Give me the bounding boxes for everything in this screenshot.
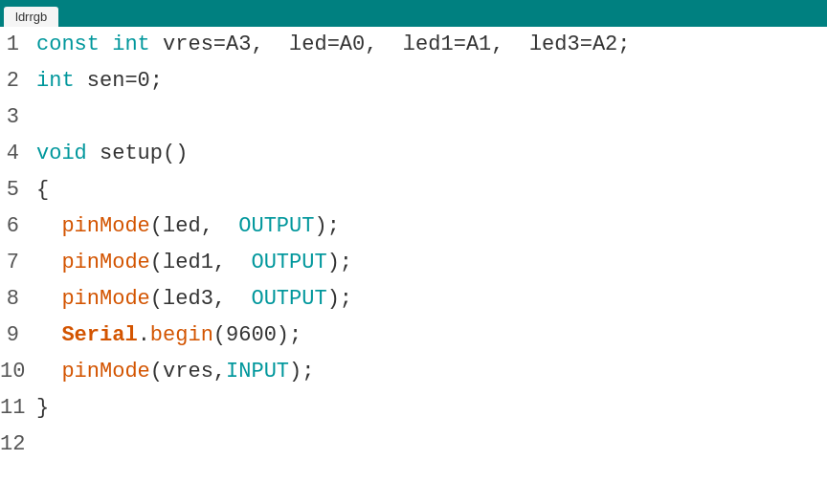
line-content: Serial.begin(9600);	[29, 318, 302, 354]
code-line: 11}	[0, 390, 827, 427]
code-line: 9 Serial.begin(9600);	[0, 318, 827, 354]
code-token: );	[327, 251, 352, 274]
code-token: OUTPUT	[238, 214, 314, 238]
code-token	[36, 323, 61, 347]
code-token: vres=A3, led=A0, led1=A1, led3=A2;	[150, 33, 631, 56]
code-token	[36, 214, 61, 238]
line-number: 10	[0, 354, 29, 390]
code-token: begin	[150, 323, 213, 347]
code-line: 10 pinMode(vres,INPUT);	[0, 354, 827, 390]
code-token: void	[36, 142, 87, 165]
code-line: 5{	[0, 172, 827, 208]
tab-bar: ldrrgb	[0, 0, 827, 27]
line-number: 2	[0, 63, 29, 99]
code-line: 7 pinMode(led1, OUTPUT);	[0, 245, 827, 281]
code-token	[36, 360, 61, 383]
code-token: }	[36, 396, 49, 420]
line-content: int sen=0;	[29, 63, 163, 99]
code-token: setup()	[87, 142, 189, 165]
code-line: 1const int vres=A3, led=A0, led1=A1, led…	[0, 27, 827, 63]
line-number: 3	[0, 99, 29, 136]
code-token: OUTPUT	[251, 287, 326, 311]
code-token: int	[36, 69, 75, 93]
code-token: );	[327, 287, 352, 311]
code-line: 2int sen=0;	[0, 63, 827, 99]
line-content: void setup()	[29, 136, 188, 172]
code-token: );	[314, 214, 339, 238]
line-content: }	[29, 390, 49, 427]
line-number: 11	[0, 390, 29, 427]
code-token: pinMode	[61, 251, 149, 274]
code-token: {	[36, 178, 49, 202]
line-content: pinMode(led3, OUTPUT);	[29, 281, 352, 318]
code-token: pinMode	[61, 360, 149, 383]
line-content: pinMode(led1, OUTPUT);	[29, 245, 352, 281]
code-token: pinMode	[61, 214, 149, 238]
line-number: 1	[0, 27, 29, 63]
line-number: 12	[0, 427, 29, 463]
code-token: pinMode	[61, 287, 149, 311]
code-line: 6 pinMode(led, OUTPUT);	[0, 208, 827, 245]
code-token: (led1,	[150, 251, 252, 274]
code-line: 4void setup()	[0, 136, 827, 172]
code-token	[36, 251, 61, 274]
code-token: (vres,	[150, 360, 226, 383]
code-token: int	[112, 33, 150, 56]
code-token: INPUT	[226, 360, 289, 383]
line-content: const int vres=A3, led=A0, led1=A1, led3…	[29, 27, 631, 63]
code-line: 3	[0, 99, 827, 136]
code-token: );	[289, 360, 314, 383]
code-token	[36, 287, 61, 311]
line-number: 8	[0, 281, 29, 318]
code-token: OUTPUT	[251, 251, 326, 274]
code-token: (led3,	[150, 287, 252, 311]
code-token: Serial	[61, 323, 137, 347]
line-number: 9	[0, 318, 29, 354]
code-token: sen=0;	[75, 69, 163, 93]
code-line: 8 pinMode(led3, OUTPUT);	[0, 281, 827, 318]
tab-label: ldrrgb	[15, 10, 47, 24]
code-line: 12	[0, 427, 827, 463]
code-area: 1const int vres=A3, led=A0, led1=A1, led…	[0, 27, 827, 504]
line-content: {	[29, 172, 49, 208]
line-content: pinMode(vres,INPUT);	[29, 354, 314, 390]
tab-ldrrgb[interactable]: ldrrgb	[4, 7, 58, 27]
line-number: 6	[0, 208, 29, 245]
code-token: (led,	[150, 214, 238, 238]
line-number: 4	[0, 136, 29, 172]
line-content: pinMode(led, OUTPUT);	[29, 208, 340, 245]
code-token: const	[36, 33, 112, 56]
code-token: .	[138, 323, 150, 347]
code-token: (9600);	[213, 323, 302, 347]
line-number: 5	[0, 172, 29, 208]
line-number: 7	[0, 245, 29, 281]
